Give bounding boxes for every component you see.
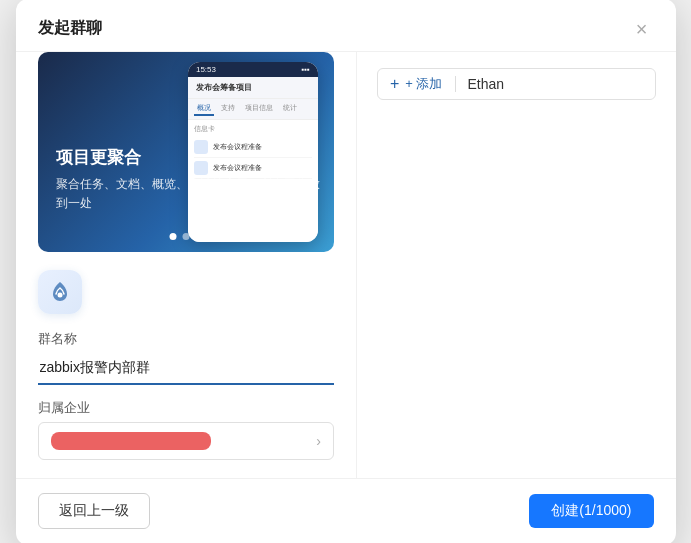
phone-tab-2: 项目信息 [242, 102, 276, 116]
create-button[interactable]: 创建(1/1000) [529, 494, 653, 528]
dot-1 [182, 233, 189, 240]
left-panel: 15:53 ▪▪▪ 发布会筹备项目 概况 支持 项目信息 统计 信息卡 [16, 52, 357, 478]
company-field: 归属企业 › [38, 399, 334, 460]
modal-footer: 返回上一级 创建(1/1000) [16, 478, 676, 544]
phone-header: 发布会筹备项目 [188, 77, 318, 99]
promo-desc: 聚合任务、文档、概览、统计等应用，所有工作放到一处 [56, 175, 320, 213]
company-redacted-value [51, 432, 211, 450]
promo-card: 15:53 ▪▪▪ 发布会筹备项目 概况 支持 项目信息 统计 信息卡 [38, 52, 334, 252]
add-member-button[interactable]: + + 添加 [390, 75, 443, 93]
company-select[interactable]: › [38, 422, 334, 460]
phone-tab-3: 统计 [280, 102, 300, 116]
phone-status-bar: 15:53 ▪▪▪ [188, 62, 318, 77]
promo-title: 项目更聚合 [56, 146, 320, 169]
right-panel: + + 添加 [357, 52, 676, 478]
company-label: 归属企业 [38, 399, 334, 417]
modal-dialog: 发起群聊 × 15:53 ▪▪▪ 发布会筹备项目 概况 支 [16, 0, 676, 543]
company-value [51, 432, 211, 450]
promo-dots [169, 233, 202, 240]
modal-body: 15:53 ▪▪▪ 发布会筹备项目 概况 支持 项目信息 统计 信息卡 [16, 52, 676, 478]
group-name-input[interactable] [38, 353, 334, 385]
phone-signal: ▪▪▪ [301, 65, 310, 74]
divider [455, 76, 456, 92]
dot-2 [195, 233, 202, 240]
back-button[interactable]: 返回上一级 [38, 493, 150, 529]
promo-text: 项目更聚合 聚合任务、文档、概览、统计等应用，所有工作放到一处 [56, 146, 320, 213]
group-name-field: 群名称 [38, 330, 334, 385]
logo-svg [46, 278, 74, 306]
plus-icon: + [390, 76, 399, 92]
modal-title: 发起群聊 [38, 18, 102, 39]
svg-point-0 [57, 292, 62, 297]
member-input[interactable] [468, 76, 643, 92]
add-member-row: + + 添加 [377, 68, 656, 100]
group-name-label: 群名称 [38, 330, 334, 348]
dot-0 [169, 233, 176, 240]
close-button[interactable]: × [630, 17, 654, 41]
app-logo [38, 270, 82, 314]
phone-tab-0: 概况 [194, 102, 214, 116]
phone-tabs: 概况 支持 项目信息 统计 [188, 99, 318, 120]
phone-time: 15:53 [196, 65, 216, 74]
form-section: 群名称 归属企业 › [38, 330, 334, 460]
chevron-right-icon: › [316, 433, 321, 449]
modal-header: 发起群聊 × [16, 0, 676, 52]
phone-section: 信息卡 [194, 124, 312, 134]
phone-tab-1: 支持 [218, 102, 238, 116]
logo-area [38, 270, 334, 314]
add-label: + 添加 [405, 75, 442, 93]
